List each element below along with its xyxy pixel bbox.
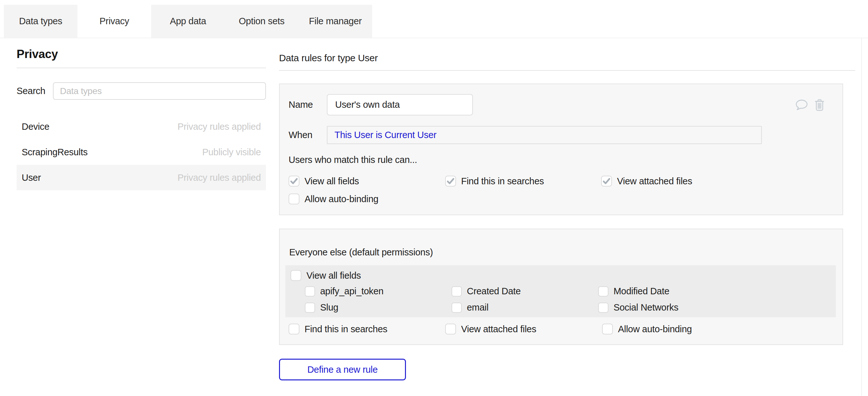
check-icon (602, 177, 611, 185)
default-view-attached-files: View attached files (445, 324, 602, 334)
field-label: Modified Date (614, 286, 669, 297)
tab-option-sets[interactable]: Option sets (225, 5, 299, 38)
permission-label: View attached files (617, 176, 692, 186)
rule-actions (795, 99, 825, 111)
check-icon (290, 177, 298, 185)
main-panel: Data rules for type User Name When (279, 48, 843, 380)
name-label: Name (288, 99, 327, 110)
default-permission-row: Find this in searches View attached file… (288, 324, 836, 334)
delete-rule-icon[interactable] (814, 99, 825, 111)
default-permissions-card: Everyone else (default permissions) View… (279, 229, 843, 345)
field-apify-api-token: apify_api_token (305, 286, 452, 297)
default-view-attached-files-checkbox[interactable] (445, 324, 456, 334)
tab-file-manager[interactable]: File manager (299, 5, 372, 38)
tab-app-data[interactable]: App data (151, 5, 225, 38)
field-checkbox[interactable] (305, 303, 315, 313)
view-attached-files-checkbox[interactable] (601, 176, 612, 186)
fields-box: View all fields apify_api_token Created … (285, 265, 836, 317)
define-new-rule-button[interactable]: Define a new rule (279, 359, 406, 380)
view-all-fields-checkbox[interactable] (288, 176, 300, 186)
default-view-all-fields-checkbox[interactable] (290, 270, 301, 281)
list-item-scrapingresults[interactable]: ScrapingResults Publicly visible (17, 139, 266, 165)
tab-data-types[interactable]: Data types (4, 5, 78, 38)
default-permissions-title: Everyone else (default permissions) (289, 247, 836, 257)
permission-label: Allow auto-binding (305, 194, 378, 204)
find-in-searches-checkbox[interactable] (445, 176, 456, 186)
status-badge: Privacy rules applied (178, 121, 261, 132)
tab-label: Privacy (99, 16, 129, 27)
field-label: Slug (320, 302, 338, 313)
rule-name-row: Name (288, 94, 834, 115)
content-top-border (0, 38, 868, 38)
tab-privacy[interactable]: Privacy (78, 5, 151, 38)
field-label: Social Networks (614, 302, 678, 313)
field-slug: Slug (305, 302, 452, 313)
tab-label: App data (170, 16, 206, 27)
when-condition-text: This User is Current User (335, 130, 437, 140)
permission-label: Find this in searches (461, 176, 544, 186)
field-email: email (452, 302, 598, 313)
permission-label: View all fields (306, 270, 361, 281)
match-text: Users who match this rule can... (288, 155, 834, 165)
page-title: Privacy (17, 48, 266, 61)
field-social-networks: Social Networks (598, 302, 836, 313)
rule-permissions: View all fields Find this in searches Vi… (288, 176, 834, 204)
field-label: Created Date (467, 286, 521, 297)
permission-allow-auto-binding: Allow auto-binding (288, 193, 445, 204)
status-badge: Privacy rules applied (178, 173, 261, 183)
list-item-device[interactable]: Device Privacy rules applied (17, 114, 266, 139)
field-list: apify_api_token Created Date Modified Da… (305, 286, 836, 313)
rule-name-input[interactable] (327, 94, 473, 115)
permission-view-attached-files: View attached files (601, 176, 834, 186)
field-label: apify_api_token (320, 286, 383, 297)
default-find-in-searches: Find this in searches (288, 324, 445, 334)
field-checkbox[interactable] (598, 303, 609, 313)
data-type-name: User (22, 173, 41, 183)
search-label: Search (17, 86, 53, 96)
field-checkbox[interactable] (305, 286, 315, 297)
tab-bar: Data types Privacy App data Option sets … (4, 5, 372, 38)
content-right-border (861, 38, 862, 396)
permission-label: Find this in searches (305, 324, 388, 334)
permission-label: View all fields (305, 176, 359, 186)
tab-label: Option sets (239, 16, 284, 27)
data-type-name: Device (22, 121, 50, 132)
default-view-all-fields: View all fields (290, 270, 836, 281)
privacy-sidebar: Privacy Search Device Privacy rules appl… (17, 48, 266, 190)
field-checkbox[interactable] (598, 286, 609, 297)
data-type-name: ScrapingResults (22, 147, 88, 157)
comment-icon[interactable] (795, 99, 807, 110)
when-label: When (288, 130, 327, 140)
when-condition[interactable]: This User is Current User (327, 126, 762, 144)
field-label: email (467, 302, 489, 313)
rule-when-row: When This User is Current User (288, 126, 834, 144)
status-badge: Publicly visible (202, 147, 261, 157)
permission-find-in-searches: Find this in searches (445, 176, 601, 186)
permission-label: View attached files (461, 324, 536, 334)
tab-label: Data types (19, 16, 62, 27)
data-type-list: Device Privacy rules applied ScrapingRes… (17, 114, 266, 190)
search-row: Search (17, 82, 266, 100)
field-modified-date: Modified Date (598, 286, 836, 297)
permission-view-all-fields: View all fields (288, 176, 445, 186)
field-checkbox[interactable] (452, 286, 462, 297)
default-allow-auto-binding-checkbox[interactable] (602, 324, 613, 334)
main-divider (279, 70, 855, 71)
search-input[interactable] (53, 82, 266, 100)
permission-label: Allow auto-binding (618, 324, 692, 334)
rule-card: Name When This User is Current User Use (279, 84, 843, 215)
list-item-user[interactable]: User Privacy rules applied (17, 165, 266, 190)
default-find-in-searches-checkbox[interactable] (288, 324, 300, 334)
allow-auto-binding-checkbox[interactable] (288, 193, 300, 204)
section-title: Data rules for type User (279, 52, 843, 64)
field-checkbox[interactable] (452, 303, 462, 313)
default-allow-auto-binding: Allow auto-binding (602, 324, 836, 334)
check-icon (446, 177, 455, 185)
sidebar-divider (17, 68, 266, 68)
tab-label: File manager (309, 16, 362, 27)
field-created-date: Created Date (452, 286, 598, 297)
